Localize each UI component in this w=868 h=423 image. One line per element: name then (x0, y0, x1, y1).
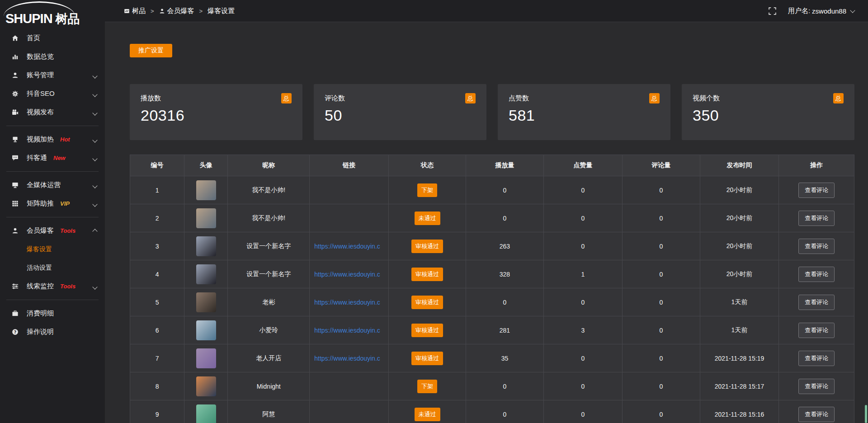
stat-cards: 播放数20316总评论数50总点赞数581总视频个数350总 (130, 84, 854, 140)
avatar (196, 376, 216, 396)
user-menu[interactable]: 用户名: zswodun88 (788, 7, 854, 15)
comments-cell: 0 (623, 204, 700, 232)
nickname-cell: 老人开店 (228, 344, 310, 372)
sidebar-item[interactable]: ?操作说明 (0, 323, 105, 341)
sidebar-item[interactable]: 账号管理 (0, 66, 105, 85)
chevron-down-icon (93, 136, 97, 143)
menu-divider (6, 126, 99, 126)
view-comments-button[interactable]: 查看评论 (798, 351, 835, 366)
breadcrumb-label: 爆客设置 (208, 7, 235, 15)
time-cell: 20小时前 (700, 176, 779, 204)
stat-total-badge: 总 (649, 93, 660, 103)
video-link[interactable]: https://www.iesdouyin.c (311, 271, 387, 278)
time-cell: 2021-11-28 15:17 (700, 372, 779, 400)
sidebar-item[interactable]: 视频发布 (0, 103, 105, 122)
sidebar-item-label: 操作说明 (27, 328, 54, 336)
avatar (196, 264, 216, 284)
sidebar-item[interactable]: 矩阵助推VIP (0, 194, 105, 213)
sidebar-item[interactable]: 首页 (0, 29, 105, 47)
breadcrumb-label: 树品 (132, 7, 146, 15)
time-cell: 20小时前 (700, 260, 779, 288)
action-cell: 查看评论 (779, 372, 854, 400)
chevron-down-icon (850, 8, 855, 13)
view-comments-button[interactable]: 查看评论 (798, 239, 835, 254)
status-cell: 未通过 (388, 204, 466, 232)
column-header: 昵称 (228, 155, 310, 176)
sidebar-item[interactable]: 线索监控Tools (0, 277, 105, 296)
logo[interactable]: SHUPIN 树品 (0, 0, 105, 25)
status-badge: 审核通过 (411, 268, 443, 281)
avatar-cell (184, 232, 228, 260)
sidebar-subitem[interactable]: 活动设置 (0, 258, 105, 277)
stat-value: 581 (509, 107, 660, 124)
stat-card: 评论数50总 (314, 84, 486, 140)
breadcrumb-link[interactable]: 树品 (124, 7, 146, 15)
user-icon (159, 8, 165, 14)
plays-cell: 0 (466, 176, 543, 204)
id-cell: 5 (130, 288, 184, 316)
chevron-down-icon (93, 181, 97, 189)
sliders-icon (12, 283, 23, 290)
status-cell: 审核通过 (388, 260, 466, 288)
status-cell: 未通过 (388, 400, 466, 423)
sidebar-item[interactable]: 抖音SEO (0, 85, 105, 103)
stat-total-badge: 总 (281, 93, 292, 103)
likes-cell: 3 (543, 316, 623, 344)
likes-cell: 0 (543, 288, 623, 316)
video-link[interactable]: https://www.iesdouyin.c (311, 299, 387, 306)
stat-value: 20316 (141, 107, 292, 124)
plays-cell: 0 (466, 372, 543, 400)
view-comments-button[interactable]: 查看评论 (798, 379, 835, 394)
video-link[interactable]: https://www.iesdouyin.c (311, 243, 387, 250)
video-link[interactable]: https://www.iesdouyin.c (311, 355, 387, 362)
link-cell: https://www.iesdouyin.c (310, 232, 389, 260)
time-cell: 2021-11-28 15:16 (700, 400, 779, 423)
sidebar-item[interactable]: 数据总览 (0, 47, 105, 66)
nickname-cell: 小爱玲 (228, 316, 310, 344)
comment-icon (12, 155, 23, 161)
view-comments-button[interactable]: 查看评论 (798, 295, 835, 310)
fullscreen-icon[interactable] (769, 7, 776, 15)
promo-settings-button[interactable]: 推广设置 (130, 44, 172, 57)
scrollbar-thumb[interactable] (865, 405, 867, 423)
sidebar-item[interactable]: 抖客通New (0, 149, 105, 167)
view-comments-button[interactable]: 查看评论 (798, 183, 835, 198)
sidebar-item[interactable]: 消费明细 (0, 304, 105, 323)
page: SHUPIN 树品 首页数据总览账号管理抖音SEO视频发布视频加热Hot抖客通N… (0, 0, 868, 423)
likes-cell: 0 (543, 372, 623, 400)
status-badge: 审核通过 (411, 324, 443, 337)
comments-cell: 0 (623, 372, 700, 400)
stat-label: 视频个数 (693, 94, 844, 103)
sidebar-item[interactable]: 会员爆客Tools (0, 221, 105, 240)
avatar (196, 180, 216, 200)
sidebar-item[interactable]: 全媒体运营 (0, 176, 105, 194)
view-comments-button[interactable]: 查看评论 (798, 407, 835, 422)
column-header: 点赞量 (543, 155, 623, 176)
sidebar-item[interactable]: 视频加热Hot (0, 130, 105, 149)
view-comments-button[interactable]: 查看评论 (798, 211, 835, 226)
stat-card: 视频个数350总 (682, 84, 854, 140)
view-comments-button[interactable]: 查看评论 (798, 323, 835, 338)
view-comments-button[interactable]: 查看评论 (798, 267, 835, 282)
action-cell: 查看评论 (779, 316, 854, 344)
status-cell: 下架 (388, 372, 466, 400)
chevron-up-icon (93, 227, 97, 235)
column-header: 操作 (779, 155, 854, 176)
status-badge: 审核通过 (411, 296, 443, 309)
sidebar-item-label: 抖客通 (27, 154, 47, 162)
svg-text:?: ? (14, 330, 16, 334)
sidebar-item-label: 会员爆客 (27, 226, 54, 235)
id-cell: 6 (130, 316, 184, 344)
likes-cell: 0 (543, 344, 623, 372)
stat-card: 播放数20316总 (130, 84, 302, 140)
plays-cell: 328 (466, 260, 543, 288)
avatar (196, 292, 216, 312)
column-header: 链接 (310, 155, 389, 176)
video-link[interactable]: https://www.iesdouyin.c (311, 327, 387, 334)
status-badge: 未通过 (415, 408, 440, 421)
sidebar-subitem-active[interactable]: 爆客设置 (0, 240, 105, 258)
avatar (196, 208, 216, 228)
status-cell: 审核通过 (388, 316, 466, 344)
sidebar-item-badge: New (53, 155, 66, 161)
breadcrumb-link[interactable]: 会员爆客 (159, 7, 194, 15)
